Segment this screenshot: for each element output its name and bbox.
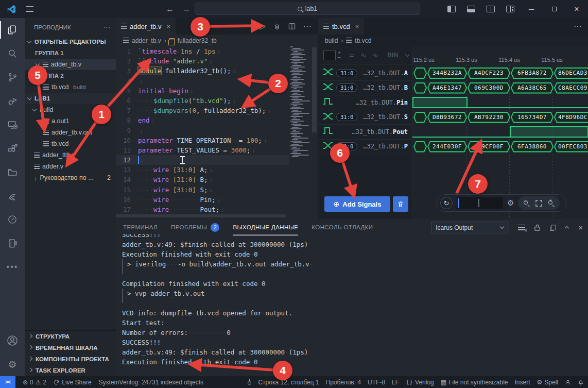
encoding-status[interactable]: UTF-8 (368, 379, 385, 386)
file-adder-tb-v[interactable]: adder_tb.v (25, 149, 116, 161)
more-actions-icon[interactable]: ··· (574, 22, 582, 31)
code-line[interactable]: 9↓ (116, 126, 289, 136)
menu-icon[interactable] (26, 6, 33, 12)
activity-extensions-icon[interactable] (0, 137, 25, 160)
code-line[interactable]: 14····wire·[31:0]·B;↓ (116, 175, 289, 184)
section-outline[interactable]: СТРУКТУРА (25, 331, 116, 342)
minimap[interactable] (290, 46, 311, 214)
editor-scrollbar[interactable] (311, 46, 318, 219)
close-tab-icon[interactable]: × (355, 23, 359, 30)
insert-mode-status[interactable]: Insert (515, 379, 530, 386)
color-swatch[interactable] (323, 50, 336, 60)
code-line[interactable]: 10parameter·TIME_OPERATION··=·100;↓ (116, 136, 289, 145)
analog-mode-icon[interactable]: ∿ (361, 52, 367, 59)
activity-timer-extension-icon[interactable] (0, 208, 25, 231)
code-line[interactable]: 15····wire·[31:0]·S;↓ (116, 185, 289, 195)
close-panel-icon[interactable]: × (578, 223, 583, 232)
maximize-button[interactable] (543, 0, 565, 18)
code-line[interactable]: 3module·fulladder32_tb();↓ (116, 66, 289, 76)
account-icon[interactable] (0, 329, 25, 352)
panel-tab-output[interactable]: ВЫХОДНЫЕ ДАННЫЕ (233, 219, 298, 235)
wave-canvas[interactable]: 115.2 us115.3 us115.4 us115.5 us344B232A… (412, 46, 588, 219)
open-editors-section[interactable]: ОТКРЫТЫЕ РЕДАКТОРЫ (25, 36, 116, 47)
synthesis-status[interactable]: ▦ File not synthesizable (441, 379, 508, 386)
cursor-position-status[interactable]: Строка 12, столбец 1 (258, 379, 319, 386)
wave-settings-gear-icon[interactable]: ⚙ (507, 198, 514, 208)
toggle-panel-icon[interactable] (467, 6, 475, 12)
lock-icon[interactable] (534, 224, 541, 231)
code-line[interactable]: 12↓ (116, 155, 289, 165)
port-status[interactable] (248, 379, 251, 385)
zoom-out-icon[interactable]: − (524, 200, 529, 206)
remote-indicator[interactable]: >< (0, 376, 15, 388)
run-button[interactable]: ▷ (260, 22, 266, 31)
open-output-editor-icon[interactable] (549, 224, 557, 231)
code-line[interactable]: 2`include·"adder.v"↓ (116, 56, 289, 66)
section-project-components[interactable]: КОМПОНЕНТЫ ПРОЕКТА (25, 353, 116, 365)
activity-notebook-extension-icon[interactable] (0, 231, 25, 255)
activity-source-control-icon[interactable] (0, 65, 25, 89)
panel-tab-debug-console[interactable]: КОНСОЛЬ ОТЛАДКИ (312, 219, 373, 235)
wave-row-B[interactable]: A46E1347069C300DA6A38C65C8AECC09 (412, 81, 588, 96)
zoom-in-icon[interactable]: + (548, 200, 554, 206)
indentation-status[interactable]: Пробелов: 4 (326, 379, 361, 386)
reload-button[interactable]: ↻ (440, 197, 453, 209)
panel-tab-terminal[interactable]: ТЕРМИНАЛ (123, 219, 158, 235)
workspace-root-lab1[interactable]: LAB1 (25, 93, 116, 104)
close-tab-icon[interactable]: × (166, 23, 170, 30)
code-line[interactable]: 8end↓ (116, 115, 289, 125)
breadcrumb[interactable]: adder_tb.v › fulladder32_tb (116, 35, 318, 46)
output-log[interactable]: SUCCESS!!!adder_tb.v:49:·$finish·called·… (122, 234, 580, 375)
activity-explorer-icon[interactable] (0, 18, 25, 42)
eol-status[interactable]: LF (392, 379, 399, 386)
activity-run-debug-icon[interactable] (0, 89, 25, 113)
file-tb-vcd[interactable]: tb.vcd (25, 138, 116, 149)
code-line[interactable]: 5initial·begin↓ (116, 86, 289, 96)
minimize-button[interactable]: ─ (520, 0, 543, 18)
code-line[interactable]: 6····$dumpfile("tb.vcd");↓ (116, 96, 289, 106)
customize-layout-icon[interactable] (506, 6, 514, 12)
tab-tb-vcd[interactable]: tb.vcd × (318, 18, 364, 35)
code-line[interactable]: 11parameter·TEST_VALUES·=·3000;↓ (116, 145, 289, 155)
analog-mode2-icon[interactable]: ∿ (373, 52, 378, 59)
nav-forward-icon[interactable]: → (182, 5, 191, 14)
zoom-out-step-icon[interactable]: − (338, 55, 341, 60)
wave-row-A[interactable]: 344B232AA4DCF2236FB3A87286DECAD3 (412, 66, 588, 81)
signal-row-Pout[interactable]: …32_tb.DUT.Pout (318, 125, 412, 140)
settings-gear-icon[interactable]: ⚙ (0, 352, 25, 376)
wave-row-Pout[interactable] (412, 125, 588, 140)
indexer-status[interactable]: SystemVerilog: 24731 indexed objects (99, 379, 203, 386)
feedback-status[interactable] (565, 379, 571, 385)
code-line[interactable]: 7····$dumpvars(0,·fulladder32_tb);↓ (116, 106, 289, 115)
toggle-sidebar-icon[interactable] (447, 6, 456, 12)
spell-status[interactable]: ⚙ Spell (537, 379, 558, 386)
activity-esp-idf-icon[interactable] (0, 184, 25, 208)
activity-remote-explorer-icon[interactable] (0, 113, 25, 137)
time-input[interactable] (457, 197, 503, 209)
add-signals-button[interactable]: ⊕ Add Signals (324, 196, 390, 212)
code-line[interactable]: 13····wire·[31:0]·A;↓ (116, 165, 289, 175)
language-status[interactable]: {} Verilog (406, 379, 434, 386)
signal-row-S[interactable]: 31:0…32_tb.DUT.S (318, 110, 412, 125)
problems-status[interactable]: ⊗ 0 ⚠ 2 (23, 379, 46, 386)
wave-row-Pin[interactable] (412, 95, 588, 110)
sidebar-more-icon[interactable]: ··· (103, 24, 111, 30)
radix-dropdown[interactable]: BIN (388, 52, 410, 59)
clear-output-icon[interactable] (518, 225, 525, 230)
editor-hscrollbar[interactable] (116, 213, 318, 218)
signal-row-B[interactable]: 31:0…32_tb.DUT.B (318, 81, 412, 96)
command-center-search[interactable]: lab1 (195, 3, 420, 15)
trash-icon[interactable] (273, 23, 281, 30)
wave-breadcrumb[interactable]: build › tb.vcd (318, 35, 588, 46)
signal-row-Pin[interactable]: …32_tb.DUT.Pin (318, 95, 412, 110)
file-adder-tb-out[interactable]: adder_tb.v.out (25, 127, 116, 138)
code-lines[interactable]: 1`timescale·1ns·/·1ps↓2`include·"adder.v… (116, 46, 289, 214)
nav-back-icon[interactable]: ← (166, 5, 174, 14)
remove-signals-button[interactable] (393, 196, 408, 212)
signal-row-A[interactable]: 31:0…32_tb.DUT.A (318, 66, 412, 81)
notifications-bell[interactable] (578, 379, 584, 385)
file-adder-v[interactable]: adder.v (25, 161, 116, 172)
toggle-secondary-sidebar-icon[interactable] (487, 6, 495, 12)
activity-search-icon[interactable] (0, 42, 25, 65)
zoom-fit-icon[interactable] (535, 200, 542, 207)
